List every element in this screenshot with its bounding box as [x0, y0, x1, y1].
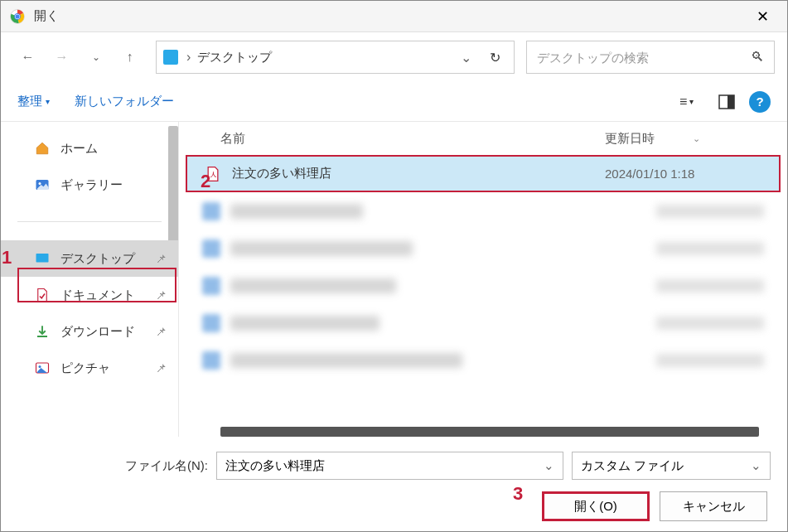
annotation-callout: 3 — [513, 483, 523, 505]
help-button[interactable]: ? — [749, 91, 771, 113]
refresh-button[interactable]: ↻ — [482, 50, 507, 65]
sidebar-item-label: ピクチャ — [60, 360, 110, 376]
file-list: 人 注文の多い料理店 2024/01/10 1:18 — [179, 155, 787, 437]
search-box[interactable]: 🔍︎ — [526, 41, 775, 74]
filetype-value: カスタム ファイル — [581, 458, 684, 474]
pin-icon: 📌︎ — [155, 325, 167, 338]
navigation-bar: ← → ⌄ ↑ › デスクトップ ⌄ ↻ 🔍︎ — [1, 32, 787, 82]
breadcrumb-location: デスクトップ — [197, 50, 453, 65]
sidebar-item-label: ホーム — [60, 141, 98, 157]
cancel-button[interactable]: キャンセル — [660, 491, 767, 521]
filename-row: ファイル名(N): 注文の多い料理店 ⌄ カスタム ファイル ⌄ — [17, 452, 771, 480]
sort-indicator-icon: ⌄ — [693, 133, 700, 144]
annotation-callout: 2 — [201, 171, 210, 192]
pin-icon: 📌︎ — [155, 361, 167, 375]
filetype-dropdown-icon[interactable]: ⌄ — [751, 458, 761, 473]
breadcrumb[interactable]: › デスクトップ ⌄ ↻ — [156, 41, 515, 74]
annotation-callout: 1 — [2, 247, 12, 268]
view-menu-button[interactable]: ≡ ▾ — [679, 94, 704, 109]
file-row-blurred — [186, 304, 781, 341]
svg-point-4 — [16, 14, 20, 18]
recent-dropdown[interactable]: ⌄ — [81, 43, 110, 72]
desktop-icon — [163, 50, 178, 65]
file-name: 注文の多い料理店 — [232, 166, 605, 181]
footer: ファイル名(N): 注文の多い料理店 ⌄ カスタム ファイル ⌄ 開く(O) キ… — [1, 437, 787, 532]
svg-rect-9 — [36, 254, 49, 263]
file-area: 名前 更新日時 ⌄ 人 注文の多い料理店 2024/01/10 1:18 — [179, 122, 787, 437]
open-button[interactable]: 開く(O) — [542, 491, 650, 521]
chrome-icon — [9, 8, 26, 25]
sidebar-item-downloads[interactable]: ダウンロード 📌︎ — [1, 313, 178, 350]
breadcrumb-dropdown[interactable]: ⌄ — [453, 50, 478, 65]
sidebar-item-pictures[interactable]: ピクチャ 📌︎ — [1, 350, 178, 386]
filename-value: 注文の多い料理店 — [225, 458, 325, 474]
filename-dropdown-icon[interactable]: ⌄ — [544, 458, 554, 473]
back-button[interactable]: ← — [13, 43, 42, 72]
column-date-label: 更新日時 — [605, 131, 655, 147]
file-date: 2024/01/10 1:18 — [605, 167, 762, 181]
sidebar-divider — [17, 221, 162, 222]
desktop-icon — [34, 250, 51, 267]
sidebar-item-gallery[interactable]: ギャラリー — [1, 167, 178, 203]
dropdown-icon: ▾ — [46, 97, 50, 106]
search-input[interactable] — [537, 51, 751, 65]
gallery-icon — [34, 177, 51, 193]
svg-point-11 — [39, 365, 41, 368]
sidebar-item-label: デスクトップ — [60, 251, 135, 267]
sidebar-item-label: ギャラリー — [60, 177, 123, 193]
forward-button[interactable]: → — [47, 43, 76, 72]
sidebar-item-documents[interactable]: ドキュメント 📌︎ — [1, 277, 178, 313]
up-button[interactable]: ↑ — [115, 43, 144, 72]
new-folder-button[interactable]: 新しいフォルダー — [75, 94, 174, 109]
horizontal-scrollbar[interactable] — [220, 427, 759, 437]
sidebar-item-desktop[interactable]: デスクトップ 📌︎ — [1, 240, 178, 277]
toolbar: 整理 ▾ 新しいフォルダー ≡ ▾ ? — [1, 82, 787, 122]
pin-icon: 📌︎ — [155, 252, 167, 265]
picture-icon — [34, 360, 51, 376]
close-button[interactable]: ✕ — [746, 1, 779, 32]
file-row[interactable]: 人 注文の多い料理店 2024/01/10 1:18 — [186, 155, 781, 192]
file-list-header: 名前 更新日時 ⌄ — [179, 122, 787, 155]
sidebar: ホーム ギャラリー デスクトップ 📌︎ ドキュ — [1, 122, 179, 437]
home-icon — [34, 140, 51, 157]
pin-icon: 📌︎ — [155, 288, 167, 302]
window-title: 開く — [34, 8, 746, 24]
preview-pane-button[interactable] — [717, 92, 737, 112]
sidebar-item-label: ダウンロード — [60, 324, 135, 340]
file-row-blurred — [186, 341, 781, 379]
filename-input[interactable]: 注文の多い料理店 ⌄ — [216, 452, 563, 480]
column-date[interactable]: 更新日時 ⌄ — [605, 131, 771, 147]
button-row: 開く(O) キャンセル — [17, 491, 771, 521]
file-row-blurred — [186, 230, 781, 267]
svg-point-8 — [39, 182, 41, 185]
search-icon[interactable]: 🔍︎ — [751, 50, 764, 65]
sidebar-item-home[interactable]: ホーム — [1, 130, 178, 167]
new-folder-label: 新しいフォルダー — [75, 94, 174, 109]
column-name[interactable]: 名前 — [220, 131, 605, 147]
svg-rect-6 — [728, 95, 734, 109]
main-area: ホーム ギャラリー デスクトップ 📌︎ ドキュ — [1, 122, 787, 437]
download-icon — [34, 323, 51, 340]
titlebar: 開く ✕ — [1, 1, 787, 32]
organize-label: 整理 — [17, 94, 42, 109]
document-icon — [34, 287, 51, 303]
filename-label: ファイル名(N): — [125, 458, 208, 474]
file-row-blurred — [186, 192, 781, 230]
breadcrumb-separator: › — [186, 50, 191, 65]
file-row-blurred — [186, 267, 781, 304]
sidebar-item-label: ドキュメント — [60, 288, 135, 303]
filetype-select[interactable]: カスタム ファイル ⌄ — [572, 452, 771, 480]
organize-button[interactable]: 整理 ▾ — [17, 94, 50, 109]
